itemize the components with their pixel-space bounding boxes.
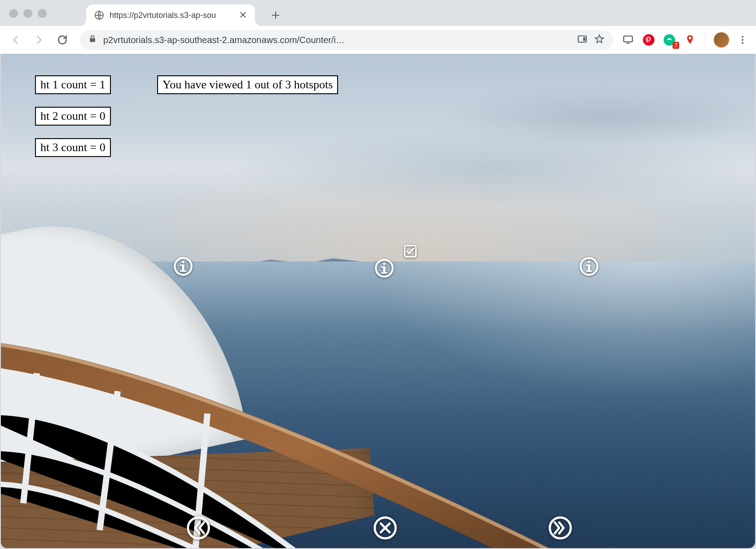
- previous-button[interactable]: [186, 516, 211, 540]
- svg-rect-29: [586, 270, 592, 272]
- svg-rect-5: [627, 43, 630, 44]
- svg-point-9: [742, 36, 743, 38]
- svg-rect-1: [90, 38, 95, 42]
- pinterest-icon[interactable]: [642, 33, 656, 47]
- minimize-window-dot[interactable]: [23, 9, 32, 18]
- hotspot-info-1[interactable]: [173, 257, 193, 276]
- avast-icon[interactable]: 7: [662, 33, 677, 47]
- menu-button[interactable]: [735, 33, 750, 47]
- toolbar-separator: [705, 33, 706, 47]
- panorama-scene[interactable]: ht 1 count = 1 ht 2 count = 0 ht 3 count…: [1, 54, 755, 548]
- svg-rect-19: [180, 265, 184, 266]
- svg-point-16: [182, 261, 185, 263]
- svg-point-27: [588, 261, 590, 263]
- svg-point-21: [383, 262, 386, 265]
- hotspot-count-2: ht 2 count = 0: [35, 107, 111, 126]
- next-button[interactable]: [548, 516, 572, 540]
- overlays: ht 1 count = 1 ht 2 count = 0 ht 3 count…: [1, 54, 755, 548]
- close-button[interactable]: [373, 516, 397, 540]
- cast-icon[interactable]: [621, 33, 635, 47]
- back-button[interactable]: [6, 30, 25, 49]
- svg-point-8: [689, 37, 691, 39]
- svg-rect-3: [583, 37, 585, 41]
- svg-rect-30: [586, 265, 590, 266]
- lock-icon: [88, 35, 97, 46]
- tab[interactable]: https://p2vrtutorials.s3-ap-sou ✕: [86, 4, 255, 26]
- tabstrip: https://p2vrtutorials.s3-ap-sou ✕: [0, 0, 756, 26]
- svg-rect-4: [624, 36, 633, 42]
- hotspot-info-2[interactable]: [374, 258, 394, 278]
- svg-point-6: [643, 34, 655, 46]
- address-bar[interactable]: p2vrtutorials.s3-ap-southeast-2.amazonaw…: [80, 30, 613, 50]
- close-window-dot[interactable]: [9, 9, 18, 18]
- reload-button[interactable]: [53, 30, 72, 49]
- hotspot-info-3[interactable]: [579, 257, 599, 276]
- star-icon[interactable]: [594, 34, 605, 47]
- url-text: p2vrtutorials.s3-ap-southeast-2.amazonaw…: [103, 35, 571, 45]
- toolbar: p2vrtutorials.s3-ap-southeast-2.amazonaw…: [0, 26, 756, 54]
- globe-icon: [94, 10, 104, 20]
- svg-rect-18: [180, 270, 186, 272]
- svg-rect-24: [381, 266, 385, 268]
- close-tab-icon[interactable]: ✕: [239, 10, 247, 20]
- extension-badge: 7: [672, 42, 679, 49]
- svg-point-10: [742, 39, 743, 41]
- page-viewport[interactable]: ht 1 count = 1 ht 2 count = 0 ht 3 count…: [1, 54, 755, 548]
- panorama-controls: [1, 512, 755, 544]
- hotspot-count-3: ht 3 count = 0: [35, 138, 111, 157]
- extensions: 7: [621, 32, 750, 48]
- svg-point-11: [742, 42, 743, 44]
- svg-rect-23: [381, 272, 387, 274]
- pin-icon[interactable]: [683, 33, 697, 47]
- tab-title: https://p2vrtutorials.s3-ap-sou: [110, 11, 233, 20]
- maximize-window-dot[interactable]: [38, 9, 47, 18]
- hotspot-summary: You have viewed 1 out of 3 hotspots: [157, 75, 338, 94]
- new-tab-button[interactable]: [267, 6, 285, 24]
- forward-button[interactable]: [30, 30, 48, 49]
- reader-icon[interactable]: [577, 34, 588, 47]
- window-controls: [9, 9, 47, 18]
- browser-window: https://p2vrtutorials.s3-ap-sou ✕ p2vrtu…: [0, 0, 756, 549]
- hotspot-viewed-check-icon: [404, 244, 417, 258]
- hotspot-count-1: ht 1 count = 1: [35, 75, 111, 94]
- profile-avatar[interactable]: [714, 32, 729, 48]
